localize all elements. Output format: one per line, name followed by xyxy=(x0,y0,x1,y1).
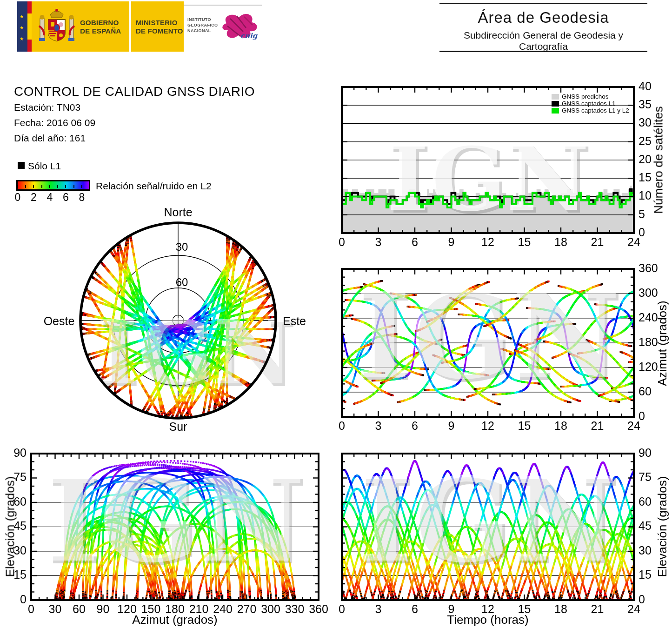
skyplot-east-label: Este xyxy=(283,314,306,328)
colorbar-tick xyxy=(33,185,34,188)
colorbar-tick xyxy=(73,185,74,188)
eu-flag-strip: ★ ★ ★ xyxy=(17,1,27,52)
gobierno-line2: DE ESPAÑA xyxy=(80,27,121,35)
skyplot-west-label: Oeste xyxy=(44,314,75,328)
instituto-line1: INSTITUTO xyxy=(187,17,218,22)
legend-label: GNSS captados L1 xyxy=(562,100,616,107)
cnig-wordmark: cnig xyxy=(240,32,259,40)
colorbar-tick xyxy=(81,185,82,188)
colorbar-tick-label: 6 xyxy=(63,191,69,204)
captured-l1-swatch-icon xyxy=(552,101,559,107)
skyplot-south-label: Sur xyxy=(169,420,187,434)
colorbar-tick xyxy=(17,185,18,188)
gnss-quality-report-page: ★ ★ ★ GOBIERNO DE ESPAÑA MINISTERIO DE F… xyxy=(0,0,672,628)
colorbar-tick xyxy=(65,185,66,188)
predicted-swatch-icon xyxy=(552,94,559,100)
legend-gnss-predichos: GNSS predichos xyxy=(552,93,609,100)
azimuth-yaxis-title: Azimut (grados) xyxy=(655,301,670,386)
flag-red-band xyxy=(27,1,32,13)
skyplot-ring-label-60: 60 xyxy=(176,276,188,289)
ministerio-line2: DE FOMENTO xyxy=(136,27,183,35)
date-label: Fecha: 2016 06 09 xyxy=(14,117,95,128)
spain-flag-strip xyxy=(27,1,32,52)
ministerio-text: MINISTERIO DE FOMENTO xyxy=(136,19,183,35)
colorbar-tick xyxy=(57,185,58,188)
colorbar-label: Relación señal/ruido en L2 xyxy=(96,180,212,192)
colorbar-tick-label: 0 xyxy=(15,191,21,204)
solo-l1-label: Sólo L1 xyxy=(28,160,61,172)
colorbar-tick xyxy=(25,185,26,188)
satcount-yaxis-title: Número de satélites xyxy=(652,106,666,214)
elevazimuth-xaxis-title: Azimut (grados) xyxy=(132,613,218,627)
gobierno-line1: GOBIERNO xyxy=(80,19,121,27)
elevtime-xaxis-title: Tiempo (horas) xyxy=(447,613,528,627)
elevazimuth-yaxis-title: Elevación (grados) xyxy=(3,476,18,577)
spain-coat-of-arms-icon xyxy=(35,7,78,47)
instituto-line2: GEOGRÁFICO xyxy=(187,22,218,28)
colorbar-tick-label: 4 xyxy=(47,191,53,204)
star-icon: ★ xyxy=(20,14,24,19)
legend-gnss-captados-l1l2: GNSS captados L1 y L2 xyxy=(552,107,629,114)
star-icon: ★ xyxy=(20,37,24,41)
legend-label: GNSS predichos xyxy=(562,93,609,100)
station-label: Estación: TN03 xyxy=(14,102,80,113)
instituto-text: INSTITUTO GEOGRÁFICO NACIONAL xyxy=(187,17,218,33)
snr-colorbar xyxy=(16,180,90,191)
page-title: CONTROL DE CALIDAD GNSS DIARIO xyxy=(14,84,255,99)
area-title: Área de Geodesia xyxy=(439,9,647,27)
area-subtitle: Subdirección General de Geodesia y Carto… xyxy=(439,30,647,52)
captured-l1l2-swatch-icon xyxy=(552,108,559,114)
colorbar-tick-label: 8 xyxy=(79,191,85,204)
doy-label: Día del año: 161 xyxy=(14,133,86,144)
elevtime-yaxis-title: Elevación (grados) xyxy=(655,476,670,577)
legend-label: GNSS captados L1 y L2 xyxy=(562,107,629,114)
star-icon: ★ xyxy=(20,26,24,30)
solo-l1-swatch xyxy=(18,162,25,169)
skyplot-north-label: Norte xyxy=(164,206,192,219)
flag-red-band xyxy=(27,40,32,52)
area-geodesia-box: Área de Geodesia Subdirección General de… xyxy=(439,3,647,52)
ministerio-line1: MINISTERIO xyxy=(136,19,183,27)
cnig-logo: cnig xyxy=(216,9,263,44)
legend-gnss-captados-l1: GNSS captados L1 xyxy=(552,100,616,107)
colorbar-tick-label: 2 xyxy=(31,191,37,204)
skyplot-ring-label-30: 30 xyxy=(176,241,188,254)
instituto-line3: NACIONAL xyxy=(187,28,218,33)
banner-divider xyxy=(129,1,131,52)
colorbar-tick xyxy=(41,185,42,188)
colorbar-tick xyxy=(49,185,50,188)
gobierno-text: GOBIERNO DE ESPAÑA xyxy=(80,19,121,35)
